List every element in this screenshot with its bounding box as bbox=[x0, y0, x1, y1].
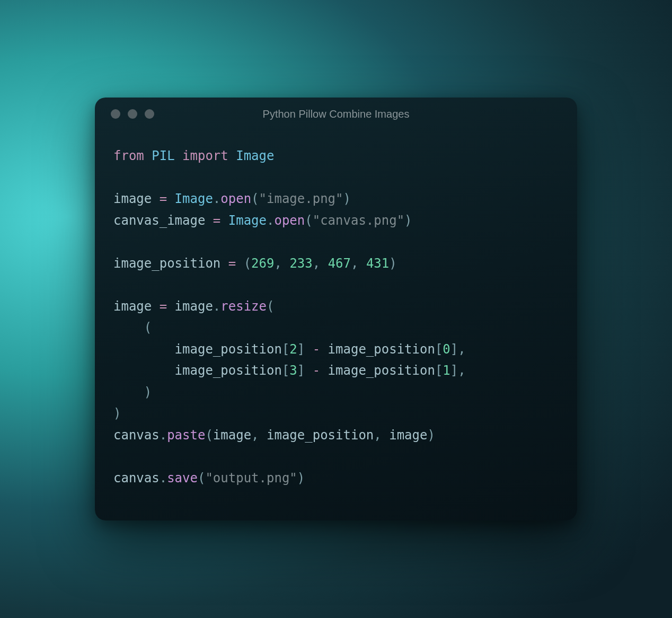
punct-rbracket: ] bbox=[450, 363, 458, 378]
punct-lparen: ( bbox=[205, 428, 213, 443]
var-canvas: canvas bbox=[113, 428, 160, 443]
number-literal: 467 bbox=[328, 256, 351, 271]
number-literal: 269 bbox=[251, 256, 274, 271]
window-controls bbox=[111, 109, 154, 119]
minimize-icon[interactable] bbox=[128, 109, 137, 119]
punct-rparen: ) bbox=[404, 213, 412, 228]
punct-rparen: ) bbox=[297, 471, 305, 485]
number-literal: 431 bbox=[366, 256, 389, 271]
string-literal: "output.png" bbox=[205, 471, 297, 485]
punct-comma: , bbox=[374, 428, 389, 443]
code-window: Python Pillow Combine Images from PIL im… bbox=[95, 98, 577, 520]
fn-save: save bbox=[167, 471, 198, 485]
var-image: image bbox=[213, 428, 251, 443]
class-image: Image bbox=[228, 213, 267, 228]
punct-lbracket: [ bbox=[282, 363, 289, 378]
var-canvas-image: canvas_image bbox=[113, 213, 205, 228]
indent bbox=[113, 342, 175, 357]
number-literal: 3 bbox=[289, 363, 297, 378]
var-image: image bbox=[175, 299, 213, 314]
punct-comma: , bbox=[274, 256, 289, 271]
punct-comma: , bbox=[458, 363, 465, 378]
var-image: image bbox=[113, 299, 152, 314]
punct-rparen: ) bbox=[343, 191, 351, 206]
punct-lparen: ( bbox=[144, 320, 152, 335]
punct-rbracket: ] bbox=[450, 342, 458, 357]
indent bbox=[113, 363, 175, 378]
punct-dot: . bbox=[213, 299, 220, 314]
number-literal: 2 bbox=[289, 342, 297, 357]
punct-lparen: ( bbox=[267, 299, 274, 314]
var-image-position: image_position bbox=[175, 342, 282, 357]
fn-open: open bbox=[220, 191, 251, 206]
op-eq: = bbox=[152, 191, 174, 206]
punct-rbracket: ] bbox=[297, 342, 305, 357]
punct-comma: , bbox=[251, 428, 267, 443]
string-literal: "canvas.png" bbox=[313, 213, 404, 228]
punct-dot: . bbox=[213, 191, 220, 206]
punct-lparen: ( bbox=[251, 191, 259, 206]
fn-resize: resize bbox=[220, 299, 267, 314]
maximize-icon[interactable] bbox=[145, 109, 154, 119]
punct-lbracket: [ bbox=[435, 363, 443, 378]
punct-dot: . bbox=[160, 471, 167, 485]
code-editor[interactable]: from PIL import Image image = Image.open… bbox=[95, 124, 577, 494]
var-image: image bbox=[389, 428, 427, 443]
var-image-position: image_position bbox=[113, 256, 220, 271]
punct-rparen: ) bbox=[144, 385, 152, 400]
keyword-import: import bbox=[182, 148, 228, 163]
punct-comma: , bbox=[313, 256, 328, 271]
module-name: PIL bbox=[152, 148, 174, 163]
var-image-position: image_position bbox=[175, 363, 282, 378]
keyword-from: from bbox=[113, 148, 144, 163]
indent bbox=[113, 320, 144, 335]
punct-lbracket: [ bbox=[435, 342, 443, 357]
op-eq: = bbox=[205, 213, 228, 228]
number-literal: 0 bbox=[443, 342, 450, 357]
punct-dot: . bbox=[160, 428, 167, 443]
op-minus: - bbox=[305, 342, 328, 357]
punct-rparen: ) bbox=[113, 406, 121, 421]
op-minus: - bbox=[305, 363, 328, 378]
string-literal: "image.png" bbox=[259, 191, 343, 206]
punct-comma: , bbox=[458, 342, 465, 357]
punct-lbracket: [ bbox=[282, 342, 289, 357]
op-eq: = bbox=[220, 256, 243, 271]
var-image: image bbox=[113, 191, 152, 206]
punct-dot: . bbox=[267, 213, 274, 228]
op-eq: = bbox=[152, 299, 174, 314]
punct-rbracket: ] bbox=[297, 363, 305, 378]
window-title: Python Pillow Combine Images bbox=[95, 108, 577, 120]
var-canvas: canvas bbox=[113, 471, 160, 485]
punct-rparen: ) bbox=[427, 428, 435, 443]
fn-paste: paste bbox=[167, 428, 205, 443]
punct-comma: , bbox=[351, 256, 366, 271]
close-icon[interactable] bbox=[111, 109, 120, 119]
punct-lparen: ( bbox=[198, 471, 205, 485]
fn-open: open bbox=[274, 213, 305, 228]
number-literal: 1 bbox=[443, 363, 450, 378]
titlebar: Python Pillow Combine Images bbox=[95, 98, 577, 124]
var-image-position: image_position bbox=[267, 428, 374, 443]
class-image: Image bbox=[175, 191, 213, 206]
punct-rparen: ) bbox=[389, 256, 396, 271]
indent bbox=[113, 385, 144, 400]
class-image: Image bbox=[236, 148, 274, 163]
punct-lparen: ( bbox=[244, 256, 251, 271]
punct-lparen: ( bbox=[305, 213, 312, 228]
var-image-position: image_position bbox=[328, 342, 435, 357]
number-literal: 233 bbox=[289, 256, 312, 271]
var-image-position: image_position bbox=[328, 363, 435, 378]
